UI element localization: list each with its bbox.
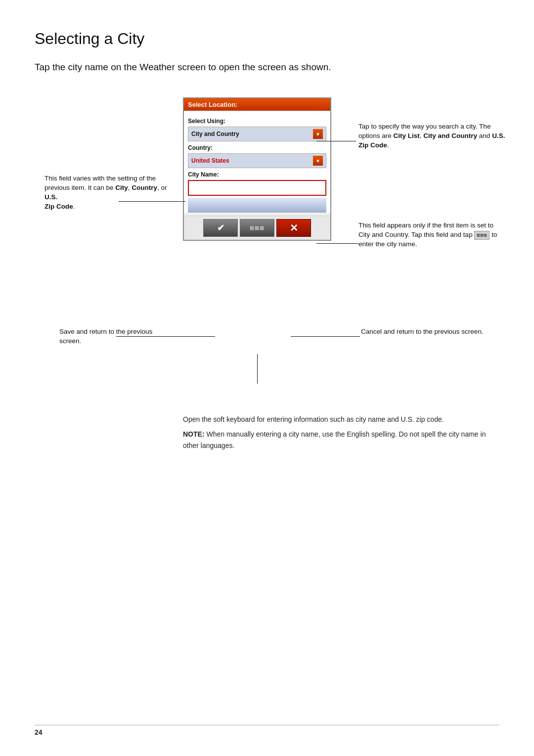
city-name-label: City Name: [188,171,326,178]
select-using-value: City and Country [191,131,239,137]
x-icon: ✕ [290,222,298,234]
annotation-city-list: City List [394,132,420,139]
screen-header: Select Location: [184,98,330,111]
annotation-line-bot-right [291,336,360,337]
annotation-line-mid-right [316,243,358,244]
annotation-mid-right: This field appears only if the first ite… [358,221,507,249]
select-using-arrow[interactable]: ▼ [313,129,323,139]
annotation-us: U.S.Zip Code [44,193,73,210]
diagram-area: Select Location: Select Using: City and … [35,97,499,404]
annotation-mid-left: This field varies with the setting of th… [44,174,171,212]
annotation-city-and-country: City and Country [423,132,477,139]
note-content: When manually entering a city name, use … [183,430,486,449]
annotation-line-top-right [316,141,356,141]
annotation-country: Country [132,184,157,191]
page-number: 24 [35,728,43,736]
screen-body: Select Using: City and Country ▼ Country… [184,111,330,213]
select-using-label: Select Using: [188,118,326,125]
note-text: NOTE: When manually entering a city name… [183,429,499,451]
screen-buttons: ✔ ⊞⊞⊞ ✕ [184,216,330,240]
below-keyboard-text: Open the soft keyboard for entering info… [183,414,499,425]
annotation-city: City [115,184,128,191]
keyboard-icon-inline: ⊞⊞⊞ [474,231,490,240]
note-label: NOTE: [183,430,205,438]
page-title: Selecting a City [35,30,499,48]
annotation-top-right: Tap to specify the way you search a city… [358,122,507,150]
keyboard-icon: ⊞⊞⊞ [250,225,265,231]
bottom-annotations: Open the soft keyboard for entering info… [35,414,499,451]
page-footer: 24 [35,725,499,736]
keyboard-button[interactable]: ⊞⊞⊞ [240,219,274,237]
select-using-dropdown[interactable]: City and Country ▼ [188,127,326,141]
country-value: United States [191,157,229,164]
annotation-line-bot-left [185,336,215,337]
cancel-button[interactable]: ✕ [276,219,311,237]
check-icon: ✔ [217,222,224,233]
save-button[interactable]: ✔ [203,219,238,237]
page-subtitle: Tap the city name on the Weather screen … [35,62,499,73]
annotation-line-keyboard [257,354,258,384]
device-screen: Select Location: Select Using: City and … [183,97,331,241]
annotation-bot-left: Save and return to the previous screen. [59,327,163,346]
country-dropdown[interactable]: United States ▼ [188,153,326,168]
scroll-area [188,198,326,213]
country-arrow[interactable]: ▼ [313,156,323,166]
country-label: Country: [188,144,326,151]
annotation-bot-right: Cancel and return to the previous screen… [361,327,490,337]
city-name-input[interactable] [188,180,326,196]
